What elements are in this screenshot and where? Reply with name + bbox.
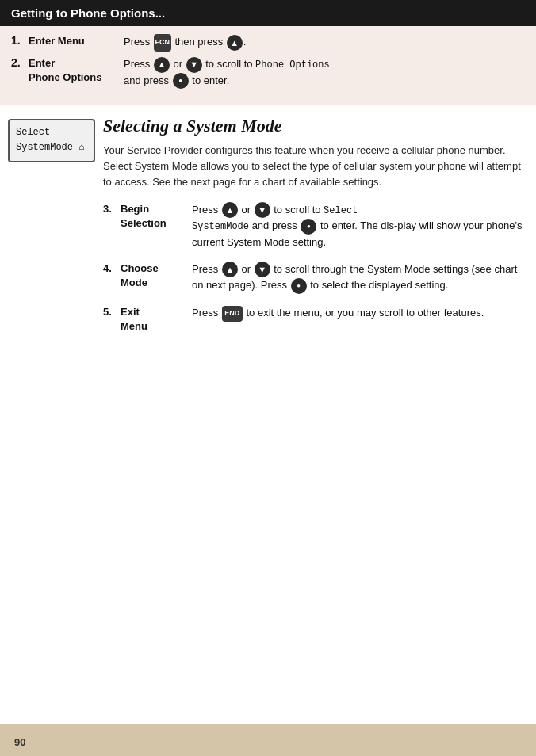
step-5-number: 5. (103, 305, 121, 318)
step-3-label: BeginSelection (121, 202, 192, 231)
main-step-3: 3. BeginSelection Press ▲ or ▼ to scroll… (103, 202, 528, 250)
center-button-icon-1: ● (173, 73, 189, 89)
header-bar: Getting to Phone Options... (0, 0, 536, 26)
step-5-content: Press END to exit the menu, or you may s… (192, 305, 528, 322)
step-4-number: 4. (103, 262, 121, 274)
lcd-line1: Select (16, 125, 87, 140)
phone-options-section: 1. Enter Menu Press FCN then press ▲. 2.… (0, 26, 536, 105)
fcn-button-icon: FCN (154, 34, 171, 52)
section-title: Selecting a System Mode (103, 116, 528, 136)
lcd-line2-text: SystemMode (16, 142, 73, 153)
down-button-icon-1: ▼ (186, 57, 202, 73)
step-1-label: Enter Menu (29, 34, 124, 48)
step-3-number: 3. (103, 202, 121, 215)
right-content-area: Selecting a System Mode Your Service Pro… (103, 116, 528, 345)
up-button-icon-2: ▲ (154, 57, 170, 73)
center-button-icon-2: ● (301, 219, 316, 235)
step-2-number: 2. (11, 56, 29, 69)
step-2-content: Press ▲ or ▼ to scroll to Phone Options … (124, 56, 525, 89)
main-content: Select SystemMode ⌂ Selecting a System M… (0, 105, 536, 353)
step-1-content: Press FCN then press ▲. (124, 34, 525, 52)
step-1-number: 1. (11, 34, 29, 47)
main-step-4: 4. ChooseMode Press ▲ or ▼ to scroll thr… (103, 262, 528, 294)
section-description: Your Service Provider configures this fe… (103, 143, 528, 190)
step-2-label: EnterPhone Options (29, 56, 124, 85)
down-button-icon-3: ▼ (255, 262, 270, 277)
center-button-icon-3: ● (291, 278, 307, 294)
phone-options-code: Phone Options (255, 59, 330, 71)
down-button-icon-2: ▼ (255, 202, 270, 218)
page-number: 90 (14, 736, 25, 748)
step-3-content: Press ▲ or ▼ to scroll to SelectSystemMo… (192, 202, 528, 250)
lcd-display-box: Select SystemMode ⌂ (8, 119, 95, 162)
up-button-icon-1: ▲ (227, 35, 243, 51)
main-step-5: 5. ExitMenu Press END to exit the menu, … (103, 305, 528, 334)
bottom-decorative-bar (0, 724, 536, 756)
step-5-label: ExitMenu (121, 305, 192, 334)
step-4-content: Press ▲ or ▼ to scroll through the Syste… (192, 262, 528, 294)
step-1-row: 1. Enter Menu Press FCN then press ▲. (11, 34, 525, 52)
lcd-line2: SystemMode ⌂ (16, 140, 87, 155)
up-button-icon-3: ▲ (222, 202, 238, 218)
select-systemmode-code: SelectSystemMode (192, 205, 358, 233)
step-2-row: 2. EnterPhone Options Press ▲ or ▼ to sc… (11, 56, 525, 89)
header-title: Getting to Phone Options... (11, 6, 165, 20)
up-button-icon-4: ▲ (222, 262, 238, 277)
step-4-label: ChooseMode (121, 262, 192, 290)
end-button-icon: END (222, 306, 243, 322)
